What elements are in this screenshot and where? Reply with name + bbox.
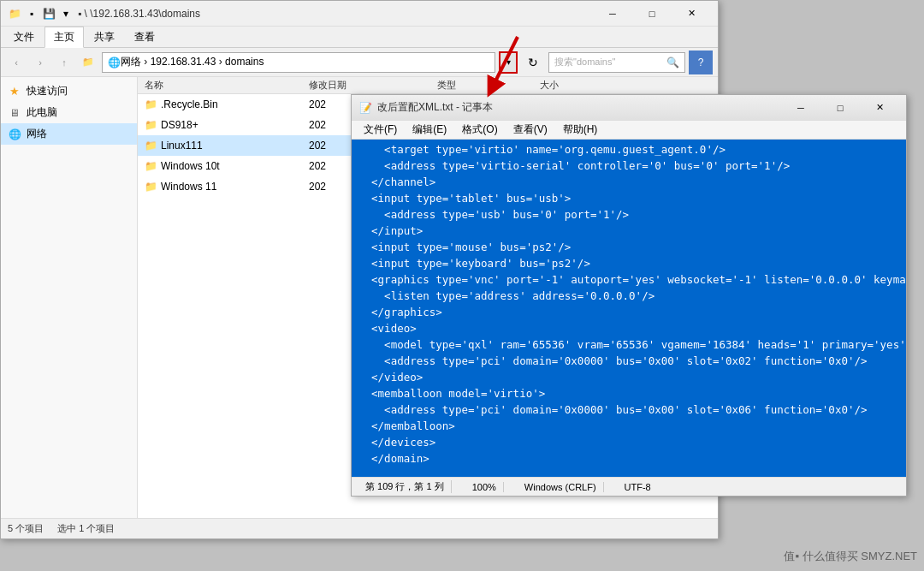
tab-share-main[interactable]: 共享 [85,27,124,47]
network-icon-main: 🌐 [8,128,21,141]
col-size-header: 大小 [540,79,608,92]
status-selected-main: 选中 1 个项目 [57,522,115,535]
sidebar-label-network-main: 网络 [27,127,47,141]
code-line-12: <model type='qxl' ram='65536' vram='6553… [352,336,906,353]
status-zoom: 100% [465,482,504,492]
code-line-2: </channel> [352,174,906,190]
code-line-17: </memballoon> [352,418,906,434]
back-btn-main[interactable]: ‹ [6,52,27,73]
search-box-main[interactable]: 搜索"domains" 🔍 [548,52,685,73]
code-line-16: <address type='pci' domain='0x0000' bus=… [352,401,906,418]
save-titlebar-icon: 💾 [42,7,56,21]
more-titlebar-icon: ▾ [59,7,73,21]
code-line-13: <address type='pci' domain='0x0000' bus=… [352,353,906,369]
notepad-maximize-btn[interactable]: □ [820,95,860,121]
computer-icon-main: 🖥 [8,106,21,120]
code-line-14: </video> [352,369,906,385]
titlebar-main: 📁 ▪ 💾 ▾ ▪ \ \192.168.31.43\domains ─ □ ✕ [1,1,718,27]
ribbon-tabs-main: 文件 主页 共享 查看 [1,27,718,47]
tab-view-main[interactable]: 查看 [125,27,164,47]
sidebar-item-network-main[interactable]: 🌐 网络 [1,123,137,145]
ribbon-main: 文件 主页 共享 查看 [1,27,718,48]
col-date-header: 修改日期 [309,79,437,92]
folder-icon-win11: 📁 [145,181,157,193]
status-line-col: 第 109 行，第 1 列 [358,480,452,493]
status-count-main: 5 个项目 [8,522,44,535]
notepad-window: 📝 改后置配XML.txt - 记事本 ─ □ ✕ 文件(F) 编辑(E) 格式… [351,94,907,497]
window-controls-main: ─ □ ✕ [593,1,711,27]
menu-view[interactable]: 查看(V) [506,121,554,139]
filename-win11: Windows 11 [161,181,216,193]
tab-file-main[interactable]: 文件 [4,27,44,47]
notepad-menubar: 文件(F) 编辑(E) 格式(O) 查看(V) 帮助(H) [352,121,906,140]
notepad-window-controls: ─ □ ✕ [781,95,899,121]
filename-win10: Windows 10t [161,160,220,172]
notepad-titlebar: 📝 改后置配XML.txt - 记事本 ─ □ ✕ [352,95,906,121]
notepad-app-icon: 📝 [358,101,372,115]
sidebar-label-quickaccess-main: 快速访问 [27,84,68,98]
col-name-header: 名称 [138,79,309,92]
close-btn-main[interactable]: ✕ [672,1,711,27]
code-line-0: <target type='virtio' name='org.qemu.gue… [352,141,906,158]
help-btn-main[interactable]: ? [689,51,713,74]
pin-titlebar-icon: ▪ [25,7,38,21]
folder-icon-win10: 📁 [145,160,157,172]
notepad-title-text: 改后置配XML.txt - 记事本 [377,100,781,115]
code-line-1: <address type='virtio-serial' controller… [352,158,906,174]
folder-nav-main: 📁 [78,52,98,73]
folder-icon-ds918: 📁 [145,119,157,131]
minimize-btn-main[interactable]: ─ [593,1,632,27]
code-line-6: <input type='mouse' bus='ps2'/> [352,239,906,255]
notepad-titlebar-icons: 📝 [358,101,372,115]
titlebar-title-main: ▪ \ \192.168.31.43\domains [78,8,593,20]
menu-edit[interactable]: 编辑(E) [406,121,453,139]
code-line-11: <video> [352,320,906,336]
forward-btn-main[interactable]: › [30,52,50,73]
status-encoding: Windows (CRLF) [518,482,604,492]
folder-icon-recycle: 📁 [145,98,157,110]
code-line-18: </devices> [352,434,906,450]
sidebar-main: ★ 快速访问 🖥 此电脑 🌐 网络 [1,77,138,518]
address-dropdown-btn[interactable]: ▾ [499,51,518,74]
titlebar-icons-main: 📁 ▪ 💾 ▾ [8,7,73,21]
watermark: 值▪ 什么值得买 SMYZ.NET [784,549,917,564]
address-path-main[interactable]: 🌐 网络 › 192.168.31.43 › domains [102,52,495,73]
col-type-header: 类型 [437,79,540,92]
sidebar-label-thispc-main: 此电脑 [27,105,57,120]
status-bar-main: 5 个项目 选中 1 个项目 [1,518,718,538]
code-line-19: </domain> [352,450,906,467]
tab-home-main[interactable]: 主页 [44,27,84,48]
maximize-btn-main[interactable]: □ [632,1,672,27]
filename-recycle: .Recycle.Bin [161,98,218,110]
code-line-10: </graphics> [352,304,906,320]
address-text-main: 网络 › 192.168.31.43 › domains [121,55,264,69]
menu-file[interactable]: 文件(F) [357,121,404,139]
search-placeholder-main: 搜索"domains" [554,56,615,68]
up-btn-main[interactable]: ↑ [54,52,74,73]
status-charset: UTF-8 [618,482,658,492]
sidebar-item-quickaccess-main[interactable]: ★ 快速访问 [1,80,137,102]
search-icon-main[interactable]: 🔍 [666,57,679,68]
code-line-3: <input type='tablet' bus='usb'> [352,190,906,206]
notepad-statusbar: 第 109 行，第 1 列 100% Windows (CRLF) UTF-8 [352,477,906,496]
star-icon-main: ★ [8,85,21,98]
folder-titlebar-icon: 📁 [8,7,21,21]
filename-linux: Linux111 [161,140,203,152]
code-line-15: <memballoon model='virtio'> [352,385,906,401]
address-separator-main: 🌐 [108,57,121,68]
code-line-4: <address type='usb' bus='0' port='1'/> [352,206,906,223]
refresh-btn-main[interactable]: ↻ [521,51,545,74]
filename-ds918: DS918+ [161,119,198,131]
notepad-content[interactable]: <target type='virtio' name='org.qemu.gue… [352,140,906,477]
code-line-9: <listen type='address' address='0.0.0.0'… [352,288,906,304]
sidebar-item-thispc-main[interactable]: 🖥 此电脑 [1,102,137,123]
code-line-7: <input type='keyboard' bus='ps2'/> [352,255,906,271]
notepad-close-btn[interactable]: ✕ [860,95,899,121]
code-line-8: <graphics type='vnc' port='-1' autoport=… [352,271,906,288]
code-line-5: </input> [352,223,906,239]
menu-format[interactable]: 格式(O) [455,121,504,139]
file-list-header-main: 名称 修改日期 类型 大小 [138,77,718,94]
notepad-minimize-btn[interactable]: ─ [781,95,820,121]
menu-help[interactable]: 帮助(H) [556,121,605,139]
address-bar-main: ‹ › ↑ 📁 🌐 网络 › 192.168.31.43 › domains ▾… [1,48,718,77]
